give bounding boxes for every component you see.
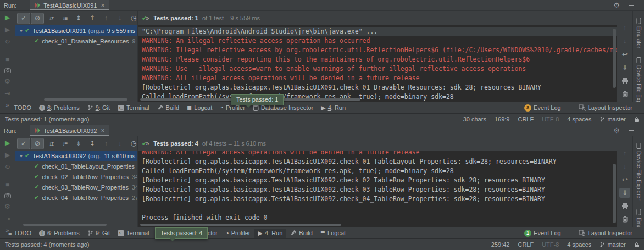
line-ending[interactable]: CRLF — [518, 116, 534, 123]
console-output[interactable]: WARNING: All illegal access operations w… — [138, 151, 617, 227]
caret-position[interactable]: 259:42 — [491, 241, 510, 248]
toggle-auto-rerun-button[interactable]: ↻ — [4, 38, 10, 46]
stop-button[interactable]: ■ — [5, 55, 9, 63]
run-tab[interactable]: TestA1BasicUIX091 × — [30, 0, 109, 10]
restore-layout-icon[interactable]: ⇥ — [4, 215, 10, 223]
git-branch-widget[interactable]: master — [599, 116, 626, 123]
toolbar-item-build[interactable]: Build — [286, 229, 316, 237]
chevron-down-icon[interactable]: ▾ — [20, 27, 23, 34]
stop-button[interactable]: ■ — [5, 181, 9, 188]
tool-stripe-device-file-explorer[interactable]: Device File Explorer — [636, 143, 642, 200]
chars-count[interactable]: 30 chars — [463, 116, 486, 123]
chevron-down-icon[interactable]: ▾ — [20, 153, 23, 159]
test-tree-row[interactable]: ✔ check_04_TableRow_Properties 278 ms — [15, 192, 137, 203]
overflow-chevrons[interactable]: » — [5, 227, 9, 234]
toolbar-item-run[interactable]: ▶4: Run — [254, 229, 286, 238]
file-encoding[interactable]: UTF-8 — [542, 241, 559, 248]
console-output[interactable]: "C:\Program Files\Android\Android Studio… — [138, 25, 617, 102]
down-stacktrace-icon[interactable]: ↓ — [619, 162, 630, 171]
test-tree-row[interactable]: ✔ check_01_Drawable_Resources 9 s 559 ms — [15, 36, 137, 46]
show-ignored-filter-button[interactable]: ⊘ — [31, 138, 44, 149]
layout-inspector-button[interactable]: Layout Inspector — [575, 229, 636, 237]
screenshot-icon[interactable] — [4, 193, 11, 198]
rerun-failed-tests-button[interactable]: ▶ — [5, 26, 10, 34]
up-stacktrace-icon[interactable]: ↑ — [619, 148, 630, 158]
clear-console-icon[interactable] — [619, 89, 630, 99]
toolbar-item-build[interactable]: Build — [153, 103, 183, 112]
gear-icon[interactable]: ⚙ — [613, 126, 620, 135]
git-branch-widget[interactable]: master — [599, 241, 626, 248]
sort-alphabetically-button[interactable]: ↓z — [45, 13, 58, 24]
lock-icon[interactable] — [634, 242, 639, 248]
line-ending[interactable]: CRLF — [518, 241, 534, 248]
event-log-button[interactable]: 8Event Log — [520, 103, 565, 113]
console-horizontal-scrollbar[interactable] — [140, 224, 341, 226]
previous-failed-test-button[interactable]: ↑ — [99, 13, 113, 24]
test-tree-row[interactable]: ✔ check_02_TableRow_Properties 344 ms — [15, 171, 137, 182]
rerun-button[interactable]: ▶ — [5, 14, 10, 21]
collapse-all-button[interactable]: ⇞ — [86, 13, 99, 24]
settings-icon[interactable]: ⚙ — [4, 77, 10, 85]
overflow-chevrons[interactable]: » — [5, 102, 9, 108]
toolbar-item-problems[interactable]: !6: Problems — [35, 103, 84, 112]
hide-tool-window-icon[interactable] — [629, 130, 634, 131]
status-message[interactable]: Tests passed: 4 (moments ago) — [5, 241, 89, 248]
file-encoding[interactable]: UTF-8 — [542, 116, 559, 123]
next-failed-test-button[interactable]: ↓ — [113, 138, 126, 149]
toolbar-item-git[interactable]: 9: Git — [84, 229, 114, 237]
sort-by-duration-button[interactable]: ↓≡ — [58, 138, 71, 149]
settings-icon[interactable]: ⚙ — [4, 203, 10, 210]
tool-stripe-emulator[interactable]: Emulator — [636, 209, 642, 227]
expand-all-button[interactable]: ⇟ — [72, 13, 85, 24]
toolbar-item-logcat[interactable]: ≣Logcat — [317, 229, 349, 238]
scroll-to-end-icon[interactable]: ⇓ — [619, 63, 630, 73]
indent-setting[interactable]: 4 spaces — [567, 116, 591, 123]
toolbar-item-terminal[interactable]: ›_Terminal — [114, 103, 153, 112]
previous-failed-test-button[interactable]: ↑ — [99, 138, 113, 149]
toolbar-item-problems[interactable]: !6: Problems — [35, 229, 84, 237]
soft-wrap-icon[interactable]: ↩ — [619, 49, 630, 59]
caret-position[interactable]: 169:9 — [495, 116, 510, 123]
print-icon[interactable] — [619, 76, 630, 86]
toolbar-item-run[interactable]: ▶4: Run — [317, 103, 349, 113]
soft-wrap-icon[interactable]: ↩ — [619, 175, 630, 185]
close-icon[interactable]: × — [101, 2, 104, 9]
restore-layout-icon[interactable]: ⇥ — [4, 90, 10, 97]
show-passed-filter-button[interactable]: ✓ — [17, 13, 30, 24]
test-tree-root-row[interactable]: ▾ ✔ TestA1BasicUIX092 (org.aplas.basicap… — [15, 151, 137, 161]
layout-inspector-button[interactable]: Layout Inspector — [575, 103, 636, 112]
collapse-all-button[interactable]: ⇞ — [86, 138, 99, 149]
sort-alphabetically-button[interactable]: ↓z — [45, 138, 58, 149]
close-icon[interactable]: × — [101, 127, 104, 135]
tree-horizontal-scrollbar[interactable] — [23, 224, 107, 226]
lock-icon[interactable] — [634, 116, 639, 123]
tool-stripe-device-file-explorer[interactable]: Device File Explorer — [636, 57, 642, 102]
event-log-button[interactable]: 1Event Log — [520, 229, 565, 238]
rerun-failed-tests-button[interactable]: ▶ — [5, 151, 10, 159]
toolbar-item-logcat[interactable]: ≣Logcat — [183, 103, 216, 113]
gear-icon[interactable]: ⚙ — [613, 1, 620, 9]
indent-setting[interactable]: 4 spaces — [567, 241, 591, 248]
rerun-button[interactable]: ▶ — [5, 139, 10, 147]
tool-stripe-emulator[interactable]: Emulator — [636, 18, 642, 48]
up-stacktrace-icon[interactable]: ↑ — [619, 23, 630, 33]
show-passed-filter-button[interactable]: ✓ — [17, 138, 30, 149]
sort-by-duration-button[interactable]: ↓≡ — [58, 13, 71, 24]
expand-all-button[interactable]: ⇟ — [72, 138, 85, 149]
screenshot-icon[interactable] — [4, 68, 11, 73]
tree-horizontal-scrollbar[interactable] — [44, 98, 127, 101]
test-tree-row[interactable]: ✔ check_01_TableLayout_Properties 10 s 6… — [15, 161, 137, 171]
test-tree-row[interactable]: ✔ check_03_TableRow_Properties 344 ms — [15, 182, 137, 192]
print-icon[interactable] — [619, 201, 630, 211]
console-vertical-scrollbar[interactable] — [613, 164, 616, 223]
hide-tool-window-icon[interactable] — [629, 5, 634, 6]
console-vertical-scrollbar[interactable] — [613, 29, 616, 88]
toolbar-item-git[interactable]: 9: Git — [84, 103, 114, 112]
status-message[interactable]: Tests passed: 1 (moments ago) — [5, 116, 89, 123]
next-failed-test-button[interactable]: ↓ — [113, 13, 126, 24]
show-ignored-filter-button[interactable]: ⊘ — [31, 13, 44, 24]
down-stacktrace-icon[interactable]: ↓ — [619, 36, 630, 46]
toolbar-item-profiler[interactable]: ◔Profiler — [221, 229, 254, 237]
test-tree-root-row[interactable]: ▾ ✔ TestA1BasicUIX091 (org.aplas.basicap… — [15, 25, 137, 36]
toolbar-item-terminal[interactable]: ›_Terminal — [114, 229, 153, 237]
